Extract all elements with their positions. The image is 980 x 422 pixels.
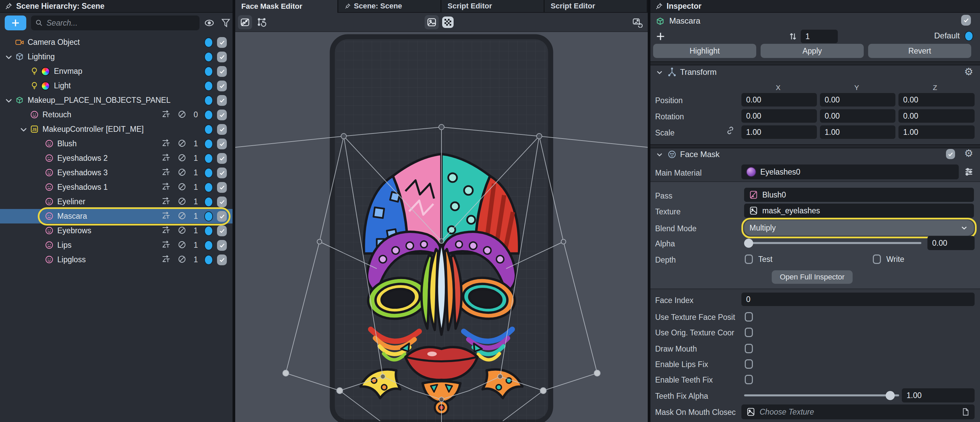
- position-x-field[interactable]: 0.00: [741, 93, 817, 107]
- tree-item-camera-object[interactable]: Camera Object: [0, 35, 232, 49]
- live-toggle-dot[interactable]: [204, 96, 213, 105]
- render-order-icon[interactable]: [161, 240, 173, 251]
- visible-checkbox[interactable]: [217, 37, 227, 48]
- add-component-button[interactable]: [655, 31, 666, 42]
- tab-script-editor[interactable]: Script Editor: [545, 0, 648, 13]
- main-material-field[interactable]: Eyelashes0: [741, 164, 959, 179]
- revert-button[interactable]: Revert: [868, 44, 971, 58]
- toggle-checkbox-use-orig-texture-coor[interactable]: [745, 328, 753, 337]
- visible-checkbox[interactable]: [217, 139, 227, 149]
- tree-item-mascara[interactable]: Mascara1: [0, 209, 232, 223]
- alpha-slider-knob[interactable]: [744, 239, 753, 248]
- live-toggle-dot[interactable]: [204, 66, 213, 76]
- no-occlusion-icon[interactable]: [177, 196, 188, 207]
- no-occlusion-icon[interactable]: [177, 255, 188, 265]
- gear-icon[interactable]: ⚙: [964, 67, 973, 77]
- render-order-icon[interactable]: [161, 196, 173, 208]
- live-toggle-dot[interactable]: [204, 197, 213, 207]
- live-toggle-dot[interactable]: [204, 124, 213, 134]
- face-mask-canvas[interactable]: [235, 33, 648, 422]
- tree-item-light[interactable]: Light: [0, 78, 232, 93]
- live-toggle-dot[interactable]: [204, 255, 213, 265]
- apply-button[interactable]: Apply: [760, 44, 864, 58]
- transparency-checker-button[interactable]: [442, 16, 453, 28]
- position-z-field[interactable]: 0.00: [899, 93, 975, 107]
- scale-y-field[interactable]: 1.00: [820, 126, 896, 139]
- search-input-wrap[interactable]: [31, 16, 199, 30]
- live-toggle-dot[interactable]: [204, 139, 213, 149]
- show-image-button[interactable]: [425, 15, 439, 29]
- live-toggle-dot[interactable]: [204, 226, 213, 236]
- render-order-icon[interactable]: [161, 225, 173, 237]
- panel-divider[interactable]: [232, 0, 235, 422]
- toggle-checkbox-use-texture-face-posit[interactable]: [745, 312, 753, 322]
- tab-face-mask-editor[interactable]: Face Mask Editor: [235, 0, 338, 13]
- tree-item-blush[interactable]: Blush1: [0, 137, 232, 151]
- teeth-fix-alpha-slider-track[interactable]: [744, 394, 899, 397]
- rotation-x-field[interactable]: 0.00: [741, 109, 817, 123]
- render-order-icon[interactable]: [161, 254, 173, 266]
- live-toggle-dot[interactable]: [204, 37, 213, 48]
- scale-x-field[interactable]: 1.00: [741, 126, 817, 139]
- tree-item-eyeshadows-1[interactable]: Eyeshadows 11: [0, 180, 232, 194]
- render-order-icon[interactable]: [161, 153, 173, 164]
- mask-on-mouth-closed-field[interactable]: Choose Texture: [741, 404, 975, 419]
- live-toggle-dot[interactable]: [204, 81, 213, 91]
- live-toggle-dot[interactable]: [204, 240, 213, 250]
- no-occlusion-icon[interactable]: [177, 153, 188, 164]
- texture-field[interactable]: mask_eyelashes: [744, 204, 974, 218]
- expander-chevron-icon[interactable]: [4, 53, 13, 61]
- no-occlusion-icon[interactable]: [177, 110, 188, 120]
- no-occlusion-icon[interactable]: [177, 182, 188, 193]
- visible-checkbox[interactable]: [217, 52, 227, 62]
- teeth-fix-alpha-value-field[interactable]: 1.00: [902, 388, 975, 403]
- tab-scene-scene[interactable]: Scene: Scene: [338, 0, 441, 13]
- blend-mode-dropdown[interactable]: Multiply: [744, 220, 974, 236]
- replace-texture-button[interactable]: [630, 15, 644, 29]
- object-enabled-checkbox[interactable]: [961, 15, 971, 25]
- no-occlusion-icon[interactable]: [177, 139, 188, 149]
- visible-checkbox[interactable]: [217, 81, 227, 91]
- scale-z-field[interactable]: 1.00: [899, 126, 975, 139]
- no-occlusion-icon[interactable]: [177, 167, 188, 178]
- live-toggle-dot[interactable]: [204, 153, 213, 164]
- tree-item-eyebrows[interactable]: Eyebrows1: [0, 223, 232, 238]
- visible-checkbox[interactable]: [217, 255, 227, 265]
- tree-item-envmap[interactable]: Envmap: [0, 64, 232, 78]
- open-full-inspector-button[interactable]: Open Full Inspector: [772, 270, 853, 284]
- render-order-icon[interactable]: [161, 109, 173, 121]
- visible-checkbox[interactable]: [217, 211, 227, 222]
- chevron-down-icon[interactable]: [655, 150, 664, 159]
- chevron-down-icon[interactable]: [655, 68, 664, 77]
- visible-checkbox[interactable]: [217, 182, 227, 193]
- reset-mask-transform-button[interactable]: [255, 15, 269, 29]
- live-toggle-dot[interactable]: [204, 168, 213, 178]
- live-toggle-dot[interactable]: [204, 211, 213, 221]
- face-mask-enabled-checkbox[interactable]: [946, 149, 955, 159]
- material-mixer-icon[interactable]: [963, 166, 975, 177]
- tree-item-eyeshadows-2[interactable]: Eyeshadows 21: [0, 151, 232, 166]
- instance-count-field[interactable]: 1: [801, 30, 838, 43]
- tree-item-eyeliner[interactable]: Eyeliner1: [0, 194, 232, 209]
- depth-test-checkbox[interactable]: [745, 255, 753, 264]
- expander-chevron-icon[interactable]: [19, 125, 28, 134]
- render-order-icon[interactable]: [161, 182, 173, 193]
- link-scale-icon[interactable]: [725, 126, 735, 135]
- visible-checkbox[interactable]: [217, 226, 227, 236]
- render-order-icon[interactable]: [161, 167, 173, 178]
- no-occlusion-icon[interactable]: [177, 211, 188, 222]
- alpha-slider-track[interactable]: [745, 242, 921, 244]
- alpha-value-field[interactable]: 0.00: [928, 236, 975, 250]
- tree-item-makeupcontroller-edit-me-[interactable]: JSMakeupController [EDIT_ME]: [0, 122, 232, 137]
- tab-script-editor[interactable]: Script Editor: [441, 0, 545, 13]
- visible-checkbox[interactable]: [217, 196, 227, 207]
- tree-item-eyeshadows-3[interactable]: Eyeshadows 31: [0, 166, 232, 180]
- visible-checkbox[interactable]: [217, 153, 227, 164]
- visible-checkbox[interactable]: [217, 66, 227, 77]
- render-order-icon[interactable]: [161, 211, 173, 222]
- teeth-fix-alpha-slider-knob[interactable]: [886, 391, 895, 400]
- tree-item-lips[interactable]: Lips1: [0, 238, 232, 252]
- tree-item-retouch[interactable]: Retouch0: [0, 108, 232, 122]
- toggle-checkbox-draw-mouth[interactable]: [745, 344, 753, 353]
- add-object-button[interactable]: [5, 16, 26, 30]
